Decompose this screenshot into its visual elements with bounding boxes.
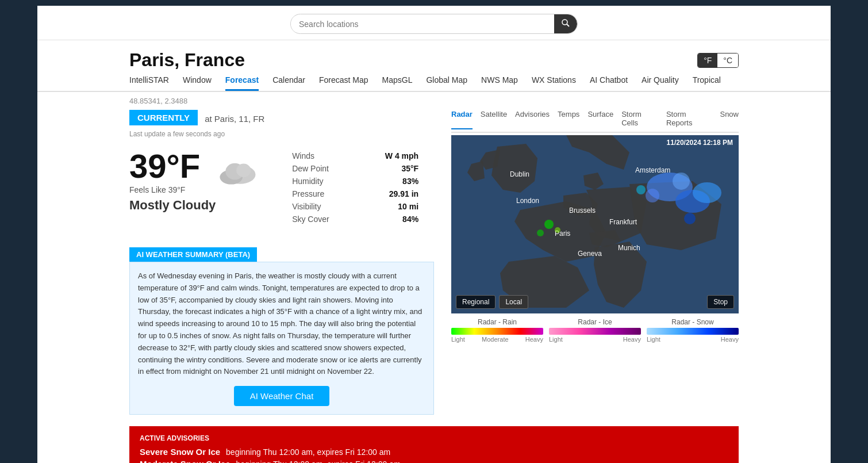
advisories-section: ACTIVE ADVISORIES Severe Snow Or Icebegi… [129, 426, 739, 463]
legend-rain-moderate: Moderate [482, 336, 508, 343]
svg-point-5 [236, 164, 251, 177]
nav-item-mapsgl[interactable]: MapsGL [382, 75, 413, 91]
nav-item-calendar[interactable]: Calendar [272, 75, 305, 91]
nav-item-global-map[interactable]: Global Map [426, 75, 467, 91]
radar-regional-button[interactable]: Regional [456, 295, 496, 309]
svg-text:Brussels: Brussels [569, 206, 596, 215]
humidity-label: Humidity [292, 177, 323, 186]
pressure-value: 29.91 in [389, 189, 418, 198]
radar-tab-storm-reports[interactable]: Storm Reports [666, 110, 712, 129]
radar-tab-surface[interactable]: Surface [587, 110, 613, 129]
advisory-detail: beginning Thu 12:00 am, expires Fri 12:0… [226, 447, 390, 457]
legend-snow-light: Light [647, 336, 660, 343]
nav-item-forecast[interactable]: Forecast [225, 75, 259, 91]
advisories-title: ACTIVE ADVISORIES [140, 434, 728, 442]
svg-point-21 [693, 182, 721, 203]
advisory-detail: beginning Thu 12:00 am, expires Fri 12:0… [236, 460, 401, 463]
coordinates: 48.85341, 2.3488 [37, 92, 831, 110]
sky-cover-value: 84% [402, 215, 418, 224]
dew-point-label: Dew Point [292, 164, 329, 173]
svg-point-20 [673, 173, 690, 190]
legend-ice-bar [549, 328, 641, 335]
winds-label: Winds [292, 151, 314, 160]
radar-tab-radar[interactable]: Radar [451, 110, 473, 129]
legend-snow-heavy: Heavy [721, 336, 739, 343]
humidity-value: 83% [402, 177, 418, 186]
radar-timestamp: 11/20/2024 12:18 PM [667, 139, 733, 147]
search-bar[interactable] [290, 14, 578, 34]
ai-chat-button[interactable]: AI Weather Chat [234, 386, 330, 406]
radar-tab-satellite[interactable]: Satellite [481, 110, 507, 129]
condition: Mostly Cloudy [129, 198, 263, 213]
nav-item-nws-map[interactable]: NWS Map [481, 75, 518, 91]
svg-text:London: London [516, 197, 539, 205]
svg-line-1 [567, 24, 569, 26]
visibility-value: 10 mi [398, 202, 418, 211]
svg-point-16 [537, 229, 544, 236]
pressure-label: Pressure [292, 189, 324, 198]
svg-text:Frankfurt: Frankfurt [609, 218, 637, 226]
svg-text:Dublin: Dublin [510, 170, 529, 178]
nav-bar: IntelliSTARWindowForecastCalendarForecas… [37, 71, 831, 92]
city-title: Paris, France [129, 49, 245, 71]
nav-item-window[interactable]: Window [183, 75, 212, 91]
dew-point-value: 35°F [401, 164, 418, 173]
radar-tab-snow[interactable]: Snow [720, 110, 739, 129]
radar-stop-button[interactable]: Stop [707, 295, 734, 309]
legend-ice-heavy: Heavy [623, 336, 641, 343]
legend-rain-title: Radar - Rain [451, 318, 543, 326]
svg-point-24 [684, 213, 696, 224]
advisory-item: Severe Snow Or Icebeginning Thu 12:00 am… [140, 447, 728, 457]
svg-point-23 [636, 185, 646, 194]
legend-ice-light: Light [549, 336, 563, 343]
radar-controls: RegionalLocal [456, 295, 528, 309]
legend-rain-heavy: Heavy [525, 336, 543, 343]
legend-ice-title: Radar - Ice [549, 318, 641, 326]
ai-summary-header: AI WEATHER SUMMARY (BETA) [129, 247, 257, 262]
search-input[interactable] [291, 16, 554, 32]
radar-map-svg: Dublin London Brussels Paris Frankfurt M… [451, 135, 739, 313]
legend-rain-bar [451, 328, 543, 335]
radar-map: 11/20/2024 12:18 PM [451, 135, 739, 313]
legend-snow-title: Radar - Snow [647, 318, 739, 326]
legend-rain: Radar - Rain Light Moderate Heavy [451, 318, 543, 343]
at-location: at Paris, 11, FR [205, 114, 264, 124]
visibility-label: Visibility [292, 202, 321, 211]
radar-legend: Radar - Rain Light Moderate Heavy Radar … [451, 318, 739, 343]
celsius-unit[interactable]: °C [717, 53, 738, 67]
svg-text:Geneva: Geneva [578, 250, 602, 258]
nav-item-forecast-map[interactable]: Forecast Map [319, 75, 368, 91]
last-update: Last update a few seconds ago [129, 130, 434, 138]
fahrenheit-unit[interactable]: °F [698, 53, 717, 67]
advisory-items: Severe Snow Or Icebeginning Thu 12:00 am… [140, 447, 728, 463]
svg-text:Munich: Munich [618, 244, 640, 252]
advisory-name: Moderate Snow Or Ice [140, 459, 231, 463]
radar-tab-temps[interactable]: Temps [558, 110, 579, 129]
search-button[interactable] [554, 14, 577, 33]
currently-badge: CURRENTLY [129, 110, 198, 125]
legend-snow-bar [647, 328, 739, 335]
svg-point-15 [544, 220, 554, 229]
legend-ice: Radar - Ice Light Heavy [549, 318, 641, 343]
legend-rain-light: Light [451, 336, 465, 343]
weather-icon [212, 152, 263, 192]
temperature: 39°F [129, 150, 200, 183]
unit-toggle[interactable]: °F °C [697, 53, 739, 68]
svg-point-0 [562, 20, 567, 25]
radar-tabs: RadarSatelliteAdvisoriesTempsSurfaceStor… [451, 110, 739, 133]
advisory-name: Severe Snow Or Ice [140, 447, 220, 457]
radar-tab-advisories[interactable]: Advisories [515, 110, 550, 129]
radar-tab-storm-cells[interactable]: Storm Cells [621, 110, 658, 129]
winds-value: W 4 mph [385, 151, 418, 160]
svg-point-17 [555, 227, 560, 233]
sky-cover-label: Sky Cover [292, 215, 329, 224]
svg-point-22 [646, 189, 659, 202]
nav-item-ai-chatbot[interactable]: AI Chatbot [590, 75, 628, 91]
nav-item-intellistar[interactable]: IntelliSTAR [129, 75, 169, 91]
nav-item-air-quality[interactable]: Air Quality [642, 75, 679, 91]
nav-item-tropical[interactable]: Tropical [693, 75, 721, 91]
legend-snow: Radar - Snow Light Heavy [647, 318, 739, 343]
feels-like: Feels Like 39°F [129, 185, 200, 194]
radar-local-button[interactable]: Local [499, 295, 528, 309]
nav-item-wx-stations[interactable]: WX Stations [532, 75, 576, 91]
